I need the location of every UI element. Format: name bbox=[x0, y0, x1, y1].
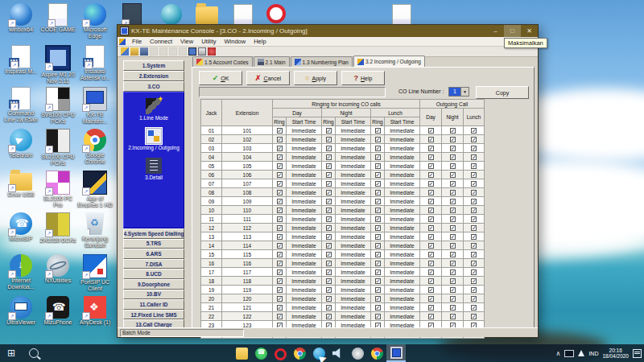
outgoing-day-checkbox[interactable] bbox=[428, 314, 434, 319]
lunch-ring-checkbox[interactable] bbox=[375, 216, 381, 222]
outgoing-night-checkbox[interactable] bbox=[450, 296, 456, 302]
outgoing-night-checkbox[interactable] bbox=[450, 243, 456, 249]
desktop-icon[interactable]: winbox64 bbox=[2, 2, 39, 43]
desktop-icon[interactable]: ZH1030 DCKs bbox=[39, 211, 76, 253]
tab[interactable]: 3.2 Incoming / Outgoing bbox=[353, 56, 425, 67]
day-ring-checkbox[interactable] bbox=[277, 305, 283, 311]
outgoing-lunch-checkbox[interactable] bbox=[471, 243, 477, 249]
lunch-ring-checkbox[interactable] bbox=[375, 269, 381, 275]
night-ring-checkbox[interactable] bbox=[326, 172, 332, 178]
tab[interactable]: 1.5 Account Codes bbox=[192, 56, 253, 67]
day-ring-checkbox[interactable] bbox=[277, 154, 283, 160]
cell-night-start[interactable]: Immediate bbox=[336, 312, 371, 321]
outgoing-lunch-checkbox[interactable] bbox=[471, 305, 477, 311]
lunch-ring-checkbox[interactable] bbox=[375, 128, 381, 134]
outgoing-night-checkbox[interactable] bbox=[450, 154, 456, 160]
outgoing-night-checkbox[interactable] bbox=[450, 163, 456, 169]
co-panel-item[interactable]: 1.Line Mode bbox=[124, 98, 184, 121]
cell-lunch-start[interactable]: Immediate bbox=[385, 294, 420, 303]
night-ring-checkbox[interactable] bbox=[326, 225, 332, 231]
outgoing-night-checkbox[interactable] bbox=[450, 128, 456, 134]
outgoing-day-checkbox[interactable] bbox=[428, 128, 434, 134]
lunch-ring-checkbox[interactable] bbox=[375, 261, 381, 266]
cell-lunch-start[interactable]: Immediate bbox=[385, 135, 420, 144]
outgoing-night-checkbox[interactable] bbox=[450, 146, 456, 151]
start-button[interactable]: ⊞ bbox=[0, 348, 23, 359]
desktop-icon[interactable]: Instalasi Asterisk d... bbox=[76, 43, 114, 85]
cell-day-start[interactable]: Immediate bbox=[287, 224, 322, 232]
menu-item[interactable]: View bbox=[176, 38, 197, 45]
cell-lunch-start[interactable]: Immediate bbox=[385, 153, 420, 162]
toolbar-icon[interactable] bbox=[130, 47, 138, 56]
cell-lunch-start[interactable]: Immediate bbox=[385, 303, 420, 312]
taskbar-app-button[interactable] bbox=[232, 344, 251, 362]
lunch-ring-checkbox[interactable] bbox=[375, 252, 381, 257]
cell-day-start[interactable]: Immediate bbox=[287, 179, 322, 188]
cell-day-start[interactable]: Immediate bbox=[287, 241, 322, 250]
outgoing-day-checkbox[interactable] bbox=[428, 181, 434, 187]
cell-lunch-start[interactable]: Immediate bbox=[385, 206, 420, 215]
day-ring-checkbox[interactable] bbox=[277, 234, 283, 240]
night-ring-checkbox[interactable] bbox=[326, 190, 332, 195]
sidebar-section-button[interactable]: 7.DISA bbox=[123, 259, 184, 269]
day-ring-checkbox[interactable] bbox=[277, 146, 283, 151]
cell-lunch-start[interactable]: Immediate bbox=[385, 232, 420, 241]
cell-extension[interactable]: 119 bbox=[222, 286, 273, 294]
cell-lunch-start[interactable]: Immediate bbox=[385, 224, 420, 232]
night-ring-checkbox[interactable] bbox=[326, 287, 332, 293]
cell-extension[interactable]: 122 bbox=[222, 312, 273, 321]
lunch-ring-checkbox[interactable] bbox=[375, 305, 381, 311]
outgoing-lunch-checkbox[interactable] bbox=[471, 278, 477, 284]
lunch-ring-checkbox[interactable] bbox=[375, 314, 381, 319]
taskbar-app-button[interactable] bbox=[386, 344, 406, 362]
cell-lunch-start[interactable]: Immediate bbox=[385, 126, 420, 135]
day-ring-checkbox[interactable] bbox=[277, 172, 283, 178]
day-ring-checkbox[interactable] bbox=[277, 128, 283, 134]
outgoing-lunch-checkbox[interactable] bbox=[471, 252, 477, 257]
lunch-ring-checkbox[interactable] bbox=[375, 278, 381, 284]
menu-item[interactable]: Help bbox=[250, 38, 270, 45]
cell-day-start[interactable]: Immediate bbox=[287, 188, 322, 197]
cell-day-start[interactable]: Immediate bbox=[287, 312, 322, 321]
lunch-ring-checkbox[interactable] bbox=[375, 154, 381, 160]
night-ring-checkbox[interactable] bbox=[326, 137, 332, 142]
desktop-icon[interactable]: SV8100 CPU PCKs bbox=[39, 85, 76, 127]
night-ring-checkbox[interactable] bbox=[326, 261, 332, 266]
co-panel-item[interactable]: 2.Incoming / Outgoing bbox=[124, 128, 184, 150]
night-ring-checkbox[interactable] bbox=[326, 305, 332, 311]
night-ring-checkbox[interactable] bbox=[326, 243, 332, 249]
outgoing-night-checkbox[interactable] bbox=[450, 234, 456, 240]
cell-extension[interactable]: 115 bbox=[222, 250, 273, 259]
outgoing-day-checkbox[interactable] bbox=[428, 243, 434, 249]
cell-day-start[interactable]: Immediate bbox=[287, 303, 322, 312]
cell-lunch-start[interactable]: Immediate bbox=[385, 171, 420, 179]
cell-extension[interactable]: 103 bbox=[222, 144, 273, 153]
lunch-ring-checkbox[interactable] bbox=[375, 172, 381, 178]
desktop-icon[interactable]: PortSIP UC Client bbox=[76, 253, 114, 294]
window-titlebar[interactable]: KX-TE Maintenance Console - [3.CO - 2.In… bbox=[118, 25, 538, 37]
action-button[interactable]: ○ Apply bbox=[294, 71, 337, 85]
outgoing-night-checkbox[interactable] bbox=[450, 172, 456, 178]
cell-extension[interactable]: 102 bbox=[222, 135, 273, 144]
taskbar-app-button[interactable] bbox=[270, 344, 290, 362]
cell-day-start[interactable]: Immediate bbox=[287, 206, 322, 215]
cell-extension[interactable]: 105 bbox=[222, 162, 273, 171]
cell-night-start[interactable]: Immediate bbox=[336, 241, 371, 250]
co-line-number-select[interactable]: 1 ▼ bbox=[448, 87, 469, 97]
cell-extension[interactable]: 113 bbox=[222, 232, 273, 241]
cell-day-start[interactable]: Immediate bbox=[287, 162, 322, 171]
menu-item[interactable]: File bbox=[128, 38, 146, 45]
outgoing-day-checkbox[interactable] bbox=[428, 252, 434, 257]
desktop-icon[interactable] bbox=[266, 2, 286, 24]
tab[interactable]: 1.3 Numbering Plan bbox=[291, 56, 353, 67]
outgoing-day-checkbox[interactable] bbox=[428, 287, 434, 293]
outgoing-lunch-checkbox[interactable] bbox=[471, 128, 477, 134]
search-icon[interactable] bbox=[29, 348, 39, 358]
toolbar-icon[interactable] bbox=[150, 47, 158, 56]
cell-extension[interactable]: 121 bbox=[222, 303, 273, 312]
desktop-icon[interactable]: MizuPhone bbox=[39, 294, 76, 336]
outgoing-lunch-checkbox[interactable] bbox=[471, 163, 477, 169]
desktop-icon[interactable]: CODE GAME bbox=[39, 2, 76, 43]
cell-night-start[interactable]: Immediate bbox=[336, 224, 371, 232]
cell-extension[interactable]: 111 bbox=[222, 215, 273, 224]
